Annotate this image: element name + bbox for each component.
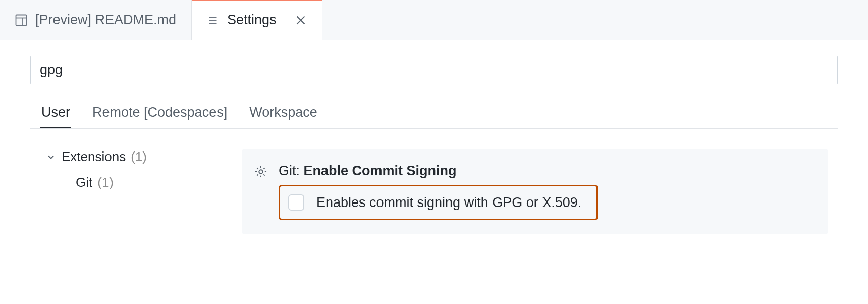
- gear-icon[interactable]: [254, 165, 267, 178]
- scope-tab-workspace[interactable]: Workspace: [248, 97, 318, 128]
- scope-tab-remote[interactable]: Remote [Codespaces]: [91, 97, 228, 128]
- scope-tab-user[interactable]: User: [40, 97, 71, 128]
- tree-label: Extensions: [62, 149, 126, 165]
- svg-rect-0: [16, 15, 27, 25]
- setting-name: Enable Commit Signing: [304, 163, 457, 178]
- close-icon[interactable]: [295, 14, 307, 26]
- setting-description: Enables commit signing with GPG or X.509…: [316, 195, 581, 211]
- settings-list: Git: Enable Commit Signing Enables commi…: [232, 144, 838, 295]
- tab-settings[interactable]: Settings: [192, 0, 322, 40]
- setting-checkbox-row: Enables commit signing with GPG or X.509…: [279, 185, 598, 220]
- enable-commit-signing-checkbox[interactable]: [288, 194, 304, 211]
- settings-search-input[interactable]: [30, 56, 838, 84]
- tree-count: (1): [131, 149, 147, 165]
- scope-switcher: User Remote [Codespaces] Workspace: [30, 97, 838, 129]
- setting-item-git-enable-commit-signing: Git: Enable Commit Signing Enables commi…: [242, 149, 828, 234]
- svg-point-8: [259, 170, 262, 173]
- settings-tree: Extensions (1) Git (1): [30, 144, 232, 295]
- setting-title: Git: Enable Commit Signing: [279, 163, 816, 179]
- settings-body: Extensions (1) Git (1) Git: Enable Comm: [30, 144, 838, 295]
- tree-item-extensions[interactable]: Extensions (1): [45, 144, 232, 170]
- settings-tab-icon: [207, 14, 219, 26]
- tree-item-git[interactable]: Git (1): [45, 170, 232, 195]
- settings-editor: User Remote [Codespaces] Workspace Exten…: [0, 40, 868, 295]
- tab-bar: [Preview] README.md Settings: [0, 0, 868, 40]
- preview-icon: [15, 14, 27, 26]
- chevron-down-icon: [45, 151, 57, 163]
- setting-category: Git:: [279, 163, 304, 178]
- tree-label: Git: [76, 175, 92, 190]
- tab-preview-readme[interactable]: [Preview] README.md: [0, 0, 192, 40]
- tree-count: (1): [97, 175, 114, 190]
- tab-label: Settings: [227, 12, 277, 28]
- tab-label: [Preview] README.md: [35, 12, 176, 28]
